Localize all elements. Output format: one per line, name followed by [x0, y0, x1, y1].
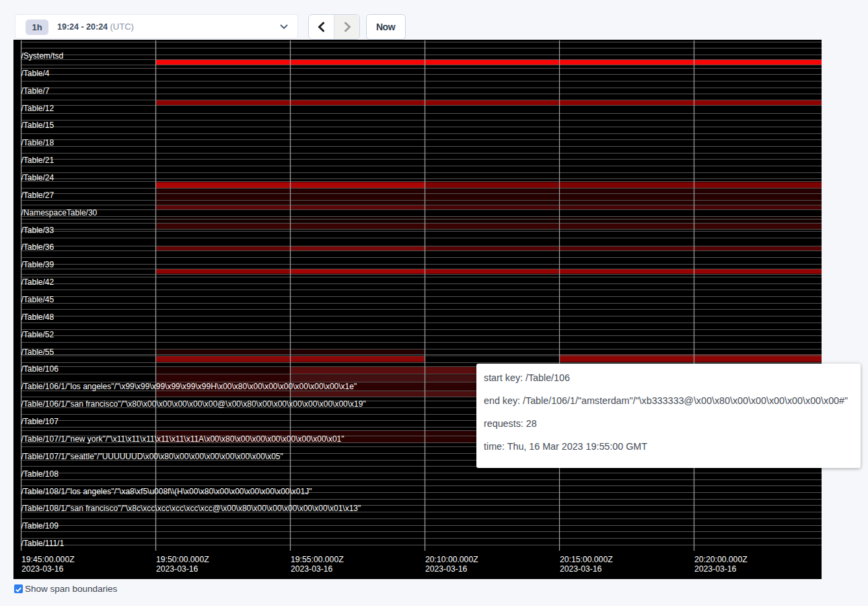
svg-text:/Table/42: /Table/42	[22, 277, 55, 287]
svg-text:/Table/45: /Table/45	[22, 295, 55, 304]
svg-text:/Table/7: /Table/7	[22, 86, 50, 96]
svg-text:/Table/27: /Table/27	[22, 191, 55, 200]
svg-text:/Table/48: /Table/48	[22, 312, 55, 322]
svg-text:/Table/18: /Table/18	[22, 138, 55, 147]
svg-text:/NamespaceTable/30: /NamespaceTable/30	[22, 208, 98, 217]
svg-text:19:50:00.000Z: 19:50:00.000Z	[156, 555, 209, 564]
svg-text:/Table/108: /Table/108	[22, 469, 59, 479]
svg-text:/Table/111/1: /Table/111/1	[22, 539, 65, 548]
svg-text:/Table/107/1/"new york"/"\x11\: /Table/107/1/"new york"/"\x11\x11\x11\x1…	[22, 434, 345, 444]
svg-text:20:10:00.000Z: 20:10:00.000Z	[425, 555, 478, 564]
svg-text:/Table/107/1/"seattle"/"UUUUUU: /Table/107/1/"seattle"/"UUUUUUD\x00\x80\…	[22, 452, 283, 461]
svg-text:/Table/52: /Table/52	[22, 330, 55, 339]
svg-text:/Table/39: /Table/39	[22, 260, 55, 269]
svg-text:/Table/36: /Table/36	[22, 242, 55, 252]
svg-text:2023-03-16: 2023-03-16	[22, 564, 64, 574]
svg-text:2023-03-16: 2023-03-16	[291, 564, 333, 574]
svg-text:19:45:00.000Z: 19:45:00.000Z	[22, 555, 75, 564]
svg-text:/System/tsd: /System/tsd	[22, 51, 64, 61]
svg-text:/Table/21: /Table/21	[22, 156, 55, 165]
svg-text:/Table/4: /Table/4	[22, 69, 50, 78]
svg-text:/Table/107: /Table/107	[22, 417, 59, 426]
svg-text:/Table/109: /Table/109	[22, 521, 59, 531]
svg-text:/Table/106/1/"san francisco"/": /Table/106/1/"san francisco"/"\x80\x00\x…	[22, 399, 366, 409]
svg-text:20:15:00.000Z: 20:15:00.000Z	[560, 555, 613, 564]
svg-text:/Table/106/1/"los angeles"/"\x: /Table/106/1/"los angeles"/"\x99\x99\x99…	[22, 382, 357, 391]
svg-text:/Table/33: /Table/33	[22, 226, 55, 235]
svg-text:/Table/24: /Table/24	[22, 173, 55, 182]
svg-text:19:55:00.000Z: 19:55:00.000Z	[291, 555, 344, 564]
svg-text:2023-03-16: 2023-03-16	[694, 564, 737, 574]
svg-text:/Table/108/1/"san francisco"/": /Table/108/1/"san francisco"/"\x8c\xcc\x…	[22, 504, 361, 513]
svg-text:20:20:00.000Z: 20:20:00.000Z	[694, 555, 748, 564]
svg-text:/Table/55: /Table/55	[22, 347, 55, 357]
svg-text:2023-03-16: 2023-03-16	[156, 564, 198, 574]
svg-text:2023-03-16: 2023-03-16	[560, 564, 602, 574]
svg-text:/Table/15: /Table/15	[22, 121, 55, 130]
svg-text:/Table/106: /Table/106	[22, 364, 59, 374]
svg-text:2023-03-16: 2023-03-16	[425, 564, 468, 574]
svg-text:/Table/108/1/"los angeles"/"\x: /Table/108/1/"los angeles"/"\xa8\xf5\u00…	[22, 487, 312, 496]
svg-text:/Table/12: /Table/12	[22, 104, 55, 113]
